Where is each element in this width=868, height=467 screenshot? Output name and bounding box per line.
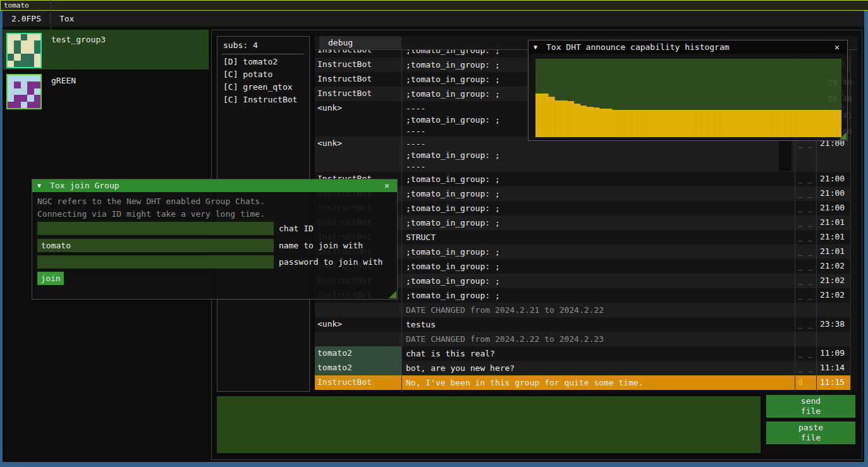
join-name-field[interactable]: tomato <box>37 239 274 252</box>
menu-bar: 2.0FPS SettingsToxPerformance <box>3 11 864 27</box>
member-item-green_qtox[interactable]: [C] green_qtox <box>223 82 293 95</box>
avatar-pixel <box>14 40 20 47</box>
resize-grip[interactable] <box>389 291 396 298</box>
message-text: No, I've been in this group for quite so… <box>406 377 644 389</box>
date-changed-row: DATE CHANGED from 2024.2.21 to 2024.2.22 <box>315 303 850 317</box>
chat-scrollbar[interactable] <box>852 49 858 392</box>
avatar-pixel <box>21 75 27 82</box>
avatar-pixel <box>27 95 34 101</box>
close-icon[interactable]: ✕ <box>832 40 842 54</box>
chat-row: tomato2bot, are you new here?_ _11:14 <box>315 361 850 375</box>
avatar-pixel <box>8 95 14 101</box>
avatar-pixel <box>8 75 14 82</box>
column-separator <box>401 49 402 392</box>
avatar-pixel <box>27 54 34 60</box>
avatar-pixel <box>21 34 27 40</box>
member-item-InstructBot[interactable]: [C] InstructBot <box>223 95 297 107</box>
avatar-pixel <box>8 88 14 95</box>
avatar-pixel <box>27 88 34 95</box>
join-group-title: Tox join Group <box>50 179 119 192</box>
dht-histogram-titlebar[interactable]: ▼ Tox DHT announce capability histogram … <box>529 40 847 54</box>
dht-histogram-window: ▼ Tox DHT announce capability histogram … <box>528 40 848 141</box>
dht-histogram-title: Tox DHT announce capability histogram <box>546 40 730 54</box>
join-info-line: Connecting via ID might take a very long… <box>37 209 265 219</box>
group-row-test_group3[interactable]: test_group3 <box>3 30 209 70</box>
message-timestamp: 11:14 <box>820 363 845 372</box>
avatar-pixel <box>27 61 34 67</box>
avatar-pixel <box>14 102 20 108</box>
ghost-timestamp: 20:40 <box>828 94 852 104</box>
message-text: ;tomato_in_group: ; <box>406 203 500 214</box>
fps-counter: 2.0FPS <box>3 11 50 27</box>
group-row-gREEN[interactable]: gREEN <box>3 71 209 111</box>
message-timestamp: 21:02 <box>820 261 845 270</box>
cell-scrollbar[interactable] <box>779 137 792 171</box>
avatar-pixel <box>8 40 14 47</box>
chat-id-field[interactable] <box>37 222 274 235</box>
avatar-pixel <box>27 75 34 82</box>
join-name-label: name to join with <box>279 241 363 250</box>
message-text: ;tomato_in_group: ; <box>406 261 500 272</box>
join-group-titlebar[interactable]: ▼ Tox join Group ✕ <box>32 179 397 192</box>
message-status: _ _ <box>798 217 812 227</box>
avatar-pixel <box>34 40 40 47</box>
message-timestamp: 21:00 <box>820 188 845 198</box>
delivery-flag: d <box>798 377 803 387</box>
dht-histogram-plot: 20:4020:4020:4121:00 <box>535 59 841 137</box>
avatar-pixel <box>34 61 40 67</box>
system-message: DATE CHANGED from 2024.2.22 to 2024.2.23 <box>406 334 604 345</box>
avatar-pixel <box>14 88 20 95</box>
message-status: _ _ <box>798 261 812 270</box>
avatar-pixel <box>27 102 34 108</box>
avatar-pixel <box>14 75 20 82</box>
join-password-label: password to join with <box>279 257 382 267</box>
message-status: _ _ <box>798 246 812 256</box>
message-timestamp: 21:02 <box>820 276 845 285</box>
close-icon[interactable]: ✕ <box>382 179 392 192</box>
message-timestamp: 11:15 <box>820 377 845 387</box>
window-border-left <box>0 11 3 467</box>
join-password-field[interactable] <box>37 255 274 269</box>
avatar-pixel <box>27 47 34 54</box>
window-border-right <box>864 11 868 467</box>
group-name: gREEN <box>51 76 76 85</box>
avatar-pixel <box>34 82 40 88</box>
member-item-tomato2[interactable]: [D] tomato2 <box>223 57 278 70</box>
avatar-pixel <box>21 82 27 88</box>
avatar-pixel <box>14 61 20 67</box>
collapse-arrow-icon[interactable]: ▼ <box>37 179 41 192</box>
paste-file-button[interactable]: paste file <box>766 422 855 444</box>
window-title: tomato <box>4 1 29 9</box>
avatar-pixel <box>21 54 27 60</box>
message-sender: tomato2 <box>317 363 400 372</box>
message-sender: InstructBot <box>317 59 400 69</box>
member-item-potato[interactable]: [C] potato <box>223 70 272 82</box>
avatar-pixel <box>34 54 40 60</box>
message-input[interactable] <box>217 396 761 453</box>
message-status: _ _ <box>798 188 812 198</box>
avatar-pixel <box>21 102 27 108</box>
message-status: _ _ <box>798 319 812 329</box>
menu-item-tox[interactable]: Tox <box>51 11 123 27</box>
avatar-pixel <box>8 47 14 54</box>
collapse-arrow-icon[interactable]: ▼ <box>534 40 537 54</box>
message-timestamp: 21:01 <box>820 232 845 241</box>
join-button[interactable]: join <box>37 272 64 285</box>
message-sender: <unk> <box>317 138 400 148</box>
message-sender: InstructBot <box>317 88 400 98</box>
tab-debug[interactable]: debug <box>319 36 401 49</box>
avatar-pixel <box>34 34 40 40</box>
delivery-flag: _ <box>803 377 813 387</box>
message-text: ;tomato_in_group: ; <box>406 174 500 185</box>
message-text: ---- ;tomato_in_group: ; ---- <box>406 103 500 137</box>
message-timestamp: 21:01 <box>820 246 845 256</box>
subs-count: subs: 4 <box>223 40 258 50</box>
message-text: ;tomato_in_group: ; <box>406 59 500 71</box>
message-status: _ _ <box>798 290 812 300</box>
resize-grip[interactable] <box>839 132 847 140</box>
message-text: ;tomato_in_group: ; <box>406 246 500 258</box>
message-text: STRUCT <box>406 232 436 243</box>
ghost-timestamp: 20:41 <box>828 111 852 120</box>
window-border-bottom <box>0 462 868 467</box>
send-file-button[interactable]: send file <box>766 395 855 418</box>
